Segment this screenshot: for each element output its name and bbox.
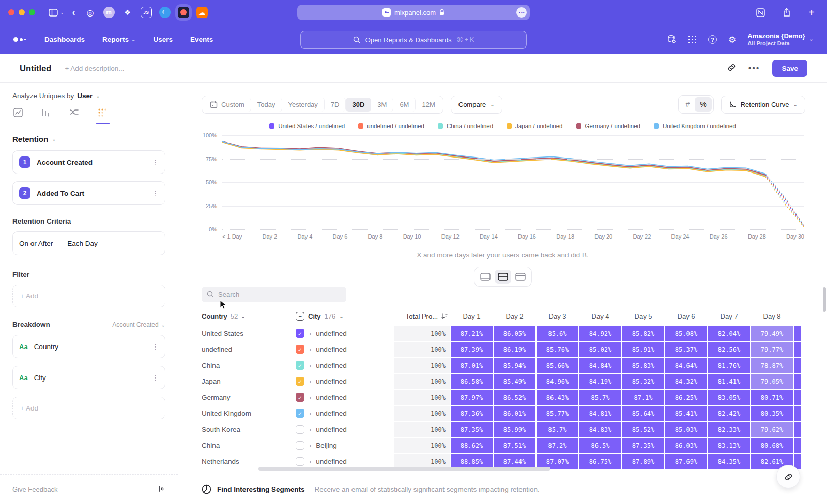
retention-value-cell[interactable]: 85.91%: [622, 342, 664, 357]
retention-value-cell[interactable]: 79.05%: [751, 374, 793, 389]
row-checkbox[interactable]: [296, 425, 304, 434]
column-header-total[interactable]: Total Pro...: [394, 309, 450, 323]
collapse-sidebar-icon[interactable]: [158, 485, 165, 494]
retention-value-cell[interactable]: 87.35%: [622, 438, 664, 453]
retention-value-cell[interactable]: 85.7%: [537, 422, 578, 437]
pinned-app-icon-rings[interactable]: ◎: [85, 7, 96, 18]
retention-value-cell[interactable]: 87.35%: [451, 422, 493, 437]
column-header-day-4[interactable]: Day 4: [579, 309, 621, 323]
row-city-cell[interactable]: ✓›undefined: [296, 390, 393, 405]
kebab-menu-icon[interactable]: ⋮: [152, 190, 159, 197]
retention-criteria-card[interactable]: On or After Each Day: [12, 231, 165, 255]
retention-value-cell[interactable]: 84.32%: [665, 374, 707, 389]
row-checkbox[interactable]: ✓: [296, 409, 304, 418]
retention-value-cell[interactable]: 80.68%: [751, 438, 793, 453]
tab-flows[interactable]: [69, 108, 79, 117]
tab-insights[interactable]: [13, 108, 23, 117]
retention-value-cell[interactable]: 86.05%: [494, 326, 535, 341]
retention-value-cell[interactable]: 83.05%: [708, 390, 750, 405]
layout-chart-only-button[interactable]: [477, 270, 494, 284]
retention-value-cell[interactable]: 79.77%: [751, 342, 793, 357]
retention-value-cell[interactable]: 85.82%: [622, 326, 664, 341]
row-city-cell[interactable]: ✓›undefined: [296, 358, 393, 373]
row-checkbox[interactable]: ✓: [296, 329, 304, 338]
retention-value-cell[interactable]: 84.84%: [579, 358, 621, 373]
retention-value-cell[interactable]: 85.83%: [622, 358, 664, 373]
expand-chevron-icon[interactable]: ›: [309, 410, 311, 417]
retention-value-cell[interactable]: 87.1%: [622, 390, 664, 405]
chart-type-selector[interactable]: Retention Curve ⌄: [721, 96, 805, 114]
row-checkbox[interactable]: [296, 457, 304, 466]
pinned-app-icon-js[interactable]: JS: [141, 7, 152, 18]
format-absolute-button[interactable]: #: [680, 97, 695, 112]
retention-value-cell[interactable]: 86.58%: [451, 374, 493, 389]
table-search-input[interactable]: [218, 291, 332, 298]
retention-value-cell[interactable]: 85.52%: [622, 422, 664, 437]
retention-value-cell[interactable]: 87.36%: [451, 406, 493, 421]
more-options-icon[interactable]: •••: [748, 64, 760, 73]
tab-overview-chevron-icon[interactable]: ⌄: [60, 10, 64, 15]
back-icon[interactable]: ‹: [72, 7, 75, 18]
retention-value-cell[interactable]: 87.21%: [451, 326, 493, 341]
row-country-label[interactable]: China: [202, 438, 295, 453]
legend-item[interactable]: Germany / undefined: [576, 123, 640, 129]
retention-value-cell[interactable]: 85.94%: [494, 358, 535, 373]
add-filter-button[interactable]: + Add: [12, 285, 165, 307]
retention-value-cell[interactable]: 86.25%: [665, 390, 707, 405]
row-checkbox[interactable]: ✓: [296, 393, 304, 402]
analyze-entity-selector[interactable]: User: [77, 92, 93, 100]
retention-value-cell[interactable]: 88.62%: [451, 438, 493, 453]
retention-value-cell[interactable]: 85.02%: [579, 342, 621, 357]
retention-value-cell[interactable]: 87.89%: [622, 454, 664, 469]
horizontal-scrollbar[interactable]: [258, 467, 550, 471]
nav-reports[interactable]: Reports⌄: [102, 36, 135, 43]
range-custom[interactable]: Custom: [204, 98, 251, 112]
pinned-app-icon-box[interactable]: ❖: [122, 7, 133, 18]
retention-value-cell[interactable]: 84.64%: [665, 358, 707, 373]
range-3m[interactable]: 3M: [371, 98, 393, 112]
row-country-label[interactable]: United States: [202, 326, 295, 341]
pinned-app-icon-bird[interactable]: ☾: [159, 7, 171, 18]
legend-item[interactable]: United Kingdom / undefined: [654, 123, 736, 129]
retention-value-cell[interactable]: 79.62%: [751, 422, 793, 437]
row-checkbox[interactable]: ✓: [296, 345, 304, 354]
zoom-window-button[interactable]: [29, 9, 35, 15]
mixpanel-logo[interactable]: [13, 37, 26, 42]
retention-value-cell[interactable]: 84.19%: [579, 374, 621, 389]
layout-table-only-button[interactable]: [512, 270, 529, 284]
settings-gear-icon[interactable]: ⚙: [728, 35, 736, 45]
legend-item[interactable]: undefined / undefined: [358, 123, 424, 129]
row-country-label[interactable]: Japan: [202, 374, 295, 389]
retention-value-cell[interactable]: 86.03%: [665, 438, 707, 453]
window-controls[interactable]: [8, 9, 35, 15]
step-card-added-to-cart[interactable]: 2 Added To Cart ⋮: [12, 181, 165, 205]
project-switcher[interactable]: Amazonia {Demo} All Project Data ⌄: [747, 32, 814, 48]
retention-value-cell[interactable]: 87.2%: [537, 438, 578, 453]
breakdown-card-city[interactable]: Aa City ⋮: [12, 366, 165, 389]
retention-value-cell[interactable]: 85.32%: [622, 374, 664, 389]
range-7d[interactable]: 7D: [325, 98, 346, 112]
pinned-app-icon-record[interactable]: [178, 7, 189, 18]
retention-value-cell[interactable]: 84.96%: [537, 374, 578, 389]
row-city-cell[interactable]: ✓›undefined: [296, 406, 393, 421]
column-header-day-3[interactable]: Day 3: [537, 309, 578, 323]
retention-value-cell[interactable]: 80.35%: [751, 406, 793, 421]
row-city-cell[interactable]: ✓›undefined: [296, 326, 393, 341]
retention-value-cell[interactable]: 85.03%: [665, 422, 707, 437]
breakdown-card-country[interactable]: Aa Country ⋮: [12, 335, 165, 358]
column-header-day-7[interactable]: Day 7: [708, 309, 750, 323]
global-search[interactable]: Open Reports & Dashboards ⌘ + K: [300, 31, 527, 49]
retention-value-cell[interactable]: 85.77%: [537, 406, 578, 421]
breakdown-attribution-selector[interactable]: Account Created ⌄: [112, 321, 165, 328]
report-title[interactable]: Untitled: [20, 64, 51, 73]
retention-value-cell[interactable]: 85.41%: [665, 406, 707, 421]
retention-chart[interactable]: 100%75%50%25%0% < 1 DayDay 2Day 4Day 6Da…: [202, 133, 805, 243]
retention-value-cell[interactable]: 86.75%: [579, 454, 621, 469]
format-percent-button[interactable]: %: [695, 97, 711, 112]
expand-chevron-icon[interactable]: ›: [309, 442, 311, 449]
retention-value-cell[interactable]: 84.35%: [708, 454, 750, 469]
criteria-condition[interactable]: On or After: [19, 240, 53, 247]
expand-chevron-icon[interactable]: ›: [309, 361, 311, 369]
retention-value-cell[interactable]: 85.99%: [494, 422, 535, 437]
retention-value-cell[interactable]: 87.39%: [451, 342, 493, 357]
